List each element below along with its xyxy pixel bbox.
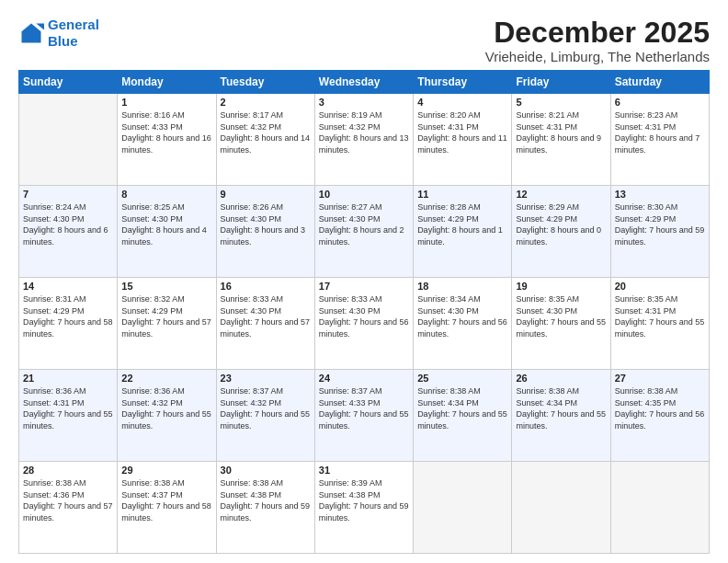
page: General Blue December 2025 Vrieheide, Li…	[0, 0, 728, 563]
day-info: Sunrise: 8:28 AMSunset: 4:29 PMDaylight:…	[417, 201, 507, 247]
title-block: December 2025 Vrieheide, Limburg, The Ne…	[485, 17, 710, 64]
day-cell: 12Sunrise: 8:29 AMSunset: 4:29 PMDayligh…	[512, 186, 610, 278]
day-info: Sunrise: 8:31 AMSunset: 4:29 PMDaylight:…	[23, 293, 113, 339]
day-info: Sunrise: 8:38 AMSunset: 4:38 PMDaylight:…	[221, 477, 311, 523]
day-info: Sunrise: 8:25 AMSunset: 4:30 PMDaylight:…	[121, 201, 211, 247]
day-info: Sunrise: 8:38 AMSunset: 4:34 PMDaylight:…	[516, 385, 606, 431]
day-info: Sunrise: 8:27 AMSunset: 4:30 PMDaylight:…	[319, 201, 409, 247]
day-info: Sunrise: 8:19 AMSunset: 4:32 PMDaylight:…	[319, 109, 409, 155]
day-cell: 17Sunrise: 8:33 AMSunset: 4:30 PMDayligh…	[314, 278, 413, 370]
day-number: 7	[23, 189, 113, 200]
day-info: Sunrise: 8:32 AMSunset: 4:29 PMDaylight:…	[121, 293, 211, 339]
header-monday: Monday	[118, 71, 216, 94]
day-number: 25	[417, 373, 507, 384]
day-info: Sunrise: 8:38 AMSunset: 4:36 PMDaylight:…	[23, 477, 113, 523]
day-number: 18	[417, 281, 507, 292]
header-friday: Friday	[512, 71, 610, 94]
day-number: 30	[221, 465, 311, 476]
day-info: Sunrise: 8:24 AMSunset: 4:30 PMDaylight:…	[23, 201, 113, 247]
day-number: 23	[221, 373, 311, 384]
calendar-table: Sunday Monday Tuesday Wednesday Thursday…	[18, 70, 710, 554]
day-cell	[512, 462, 610, 554]
header-saturday: Saturday	[610, 71, 709, 94]
logo-icon	[18, 20, 44, 46]
week-row-5: 28Sunrise: 8:38 AMSunset: 4:36 PMDayligh…	[19, 462, 710, 554]
day-number: 13	[615, 189, 705, 200]
day-info: Sunrise: 8:26 AMSunset: 4:30 PMDaylight:…	[221, 201, 311, 247]
weekday-header-row: Sunday Monday Tuesday Wednesday Thursday…	[19, 71, 710, 94]
day-info: Sunrise: 8:36 AMSunset: 4:31 PMDaylight:…	[23, 385, 113, 431]
day-cell: 28Sunrise: 8:38 AMSunset: 4:36 PMDayligh…	[19, 462, 118, 554]
day-number: 14	[23, 281, 113, 292]
logo-text: General Blue	[48, 17, 99, 50]
day-cell: 23Sunrise: 8:37 AMSunset: 4:32 PMDayligh…	[216, 370, 314, 462]
day-cell: 27Sunrise: 8:38 AMSunset: 4:35 PMDayligh…	[610, 370, 709, 462]
week-row-4: 21Sunrise: 8:36 AMSunset: 4:31 PMDayligh…	[19, 370, 710, 462]
day-number: 26	[516, 373, 606, 384]
day-info: Sunrise: 8:39 AMSunset: 4:38 PMDaylight:…	[319, 477, 409, 523]
day-info: Sunrise: 8:35 AMSunset: 4:31 PMDaylight:…	[615, 293, 705, 339]
day-info: Sunrise: 8:38 AMSunset: 4:37 PMDaylight:…	[121, 477, 211, 523]
day-number: 8	[121, 189, 211, 200]
day-info: Sunrise: 8:23 AMSunset: 4:31 PMDaylight:…	[615, 109, 705, 155]
day-cell: 15Sunrise: 8:32 AMSunset: 4:29 PMDayligh…	[118, 278, 216, 370]
day-info: Sunrise: 8:17 AMSunset: 4:32 PMDaylight:…	[221, 109, 311, 155]
day-cell: 16Sunrise: 8:33 AMSunset: 4:30 PMDayligh…	[216, 278, 314, 370]
day-cell: 1Sunrise: 8:16 AMSunset: 4:33 PMDaylight…	[118, 94, 216, 186]
day-number: 27	[615, 373, 705, 384]
day-cell: 4Sunrise: 8:20 AMSunset: 4:31 PMDaylight…	[414, 94, 512, 186]
day-cell	[414, 462, 512, 554]
day-cell: 9Sunrise: 8:26 AMSunset: 4:30 PMDaylight…	[216, 186, 314, 278]
day-number: 11	[417, 189, 507, 200]
day-info: Sunrise: 8:37 AMSunset: 4:33 PMDaylight:…	[319, 385, 409, 431]
day-cell: 18Sunrise: 8:34 AMSunset: 4:30 PMDayligh…	[414, 278, 512, 370]
header-tuesday: Tuesday	[216, 71, 314, 94]
day-cell: 11Sunrise: 8:28 AMSunset: 4:29 PMDayligh…	[414, 186, 512, 278]
day-info: Sunrise: 8:29 AMSunset: 4:29 PMDaylight:…	[516, 201, 606, 247]
day-cell: 26Sunrise: 8:38 AMSunset: 4:34 PMDayligh…	[512, 370, 610, 462]
day-cell: 21Sunrise: 8:36 AMSunset: 4:31 PMDayligh…	[19, 370, 118, 462]
day-cell: 10Sunrise: 8:27 AMSunset: 4:30 PMDayligh…	[314, 186, 413, 278]
day-cell: 29Sunrise: 8:38 AMSunset: 4:37 PMDayligh…	[118, 462, 216, 554]
day-number: 9	[221, 189, 311, 200]
logo-line1: General	[48, 17, 99, 32]
day-number: 28	[23, 465, 113, 476]
day-number: 24	[319, 373, 409, 384]
day-info: Sunrise: 8:34 AMSunset: 4:30 PMDaylight:…	[417, 293, 507, 339]
day-info: Sunrise: 8:30 AMSunset: 4:29 PMDaylight:…	[615, 201, 705, 247]
day-number: 15	[121, 281, 211, 292]
header-thursday: Thursday	[414, 71, 512, 94]
location-title: Vrieheide, Limburg, The Netherlands	[485, 49, 710, 64]
header: General Blue December 2025 Vrieheide, Li…	[18, 17, 710, 64]
day-cell: 8Sunrise: 8:25 AMSunset: 4:30 PMDaylight…	[118, 186, 216, 278]
day-number: 5	[516, 97, 606, 108]
day-number: 10	[319, 189, 409, 200]
day-info: Sunrise: 8:37 AMSunset: 4:32 PMDaylight:…	[221, 385, 311, 431]
day-number: 20	[615, 281, 705, 292]
day-info: Sunrise: 8:21 AMSunset: 4:31 PMDaylight:…	[516, 109, 606, 155]
day-cell: 14Sunrise: 8:31 AMSunset: 4:29 PMDayligh…	[19, 278, 118, 370]
day-cell: 3Sunrise: 8:19 AMSunset: 4:32 PMDaylight…	[314, 94, 413, 186]
day-info: Sunrise: 8:38 AMSunset: 4:34 PMDaylight:…	[417, 385, 507, 431]
logo: General Blue	[18, 17, 99, 50]
day-cell: 20Sunrise: 8:35 AMSunset: 4:31 PMDayligh…	[610, 278, 709, 370]
day-number: 17	[319, 281, 409, 292]
svg-marker-0	[22, 24, 41, 43]
header-wednesday: Wednesday	[314, 71, 413, 94]
day-cell: 5Sunrise: 8:21 AMSunset: 4:31 PMDaylight…	[512, 94, 610, 186]
week-row-1: 1Sunrise: 8:16 AMSunset: 4:33 PMDaylight…	[19, 94, 710, 186]
day-info: Sunrise: 8:38 AMSunset: 4:35 PMDaylight:…	[615, 385, 705, 431]
day-cell: 19Sunrise: 8:35 AMSunset: 4:30 PMDayligh…	[512, 278, 610, 370]
day-cell: 31Sunrise: 8:39 AMSunset: 4:38 PMDayligh…	[314, 462, 413, 554]
week-row-3: 14Sunrise: 8:31 AMSunset: 4:29 PMDayligh…	[19, 278, 710, 370]
day-number: 22	[121, 373, 211, 384]
month-title: December 2025	[485, 17, 710, 49]
day-cell: 13Sunrise: 8:30 AMSunset: 4:29 PMDayligh…	[610, 186, 709, 278]
day-number: 19	[516, 281, 606, 292]
day-number: 2	[221, 97, 311, 108]
day-info: Sunrise: 8:36 AMSunset: 4:32 PMDaylight:…	[121, 385, 211, 431]
day-cell: 24Sunrise: 8:37 AMSunset: 4:33 PMDayligh…	[314, 370, 413, 462]
day-number: 4	[417, 97, 507, 108]
logo-line2: Blue	[48, 33, 78, 49]
day-cell: 6Sunrise: 8:23 AMSunset: 4:31 PMDaylight…	[610, 94, 709, 186]
